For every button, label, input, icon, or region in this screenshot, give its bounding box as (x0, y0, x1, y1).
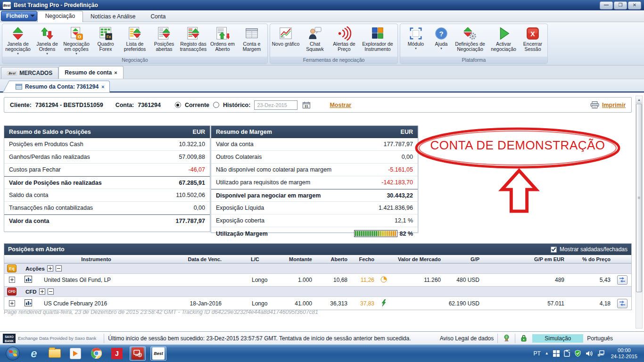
collapse-all-icon[interactable] (56, 265, 62, 272)
tray-action-center-icon[interactable] (574, 350, 581, 357)
cliente-label: Cliente: (10, 102, 32, 108)
date-input[interactable]: 23-Dez-2015 (254, 100, 297, 110)
taskbar-trading-app-icon[interactable] (130, 346, 146, 361)
group-caption: Negociação (2, 57, 267, 64)
show-closed-label: Mostrar saldadas/fechadas (560, 246, 627, 253)
mostrar-link[interactable]: Mostrar (330, 102, 351, 108)
connection-status-icon[interactable] (502, 335, 511, 342)
expand-row-icon[interactable] (9, 277, 15, 283)
tray-windows-icon[interactable] (553, 350, 560, 357)
btn-janela-ordens[interactable]: Janela de Ordens ▾ (33, 25, 62, 57)
taskbar-media-player-icon[interactable] (67, 346, 83, 361)
col-pct-preco[interactable]: % do Preço (565, 256, 611, 262)
row-value: 57.009,88 (179, 154, 205, 160)
taskbar-j-app-icon[interactable]: J (109, 346, 125, 361)
col-fecho[interactable]: Fecho (348, 256, 375, 262)
col-montante[interactable]: Montante (272, 256, 313, 262)
tab-ficheiro[interactable]: Ficheiro (1, 11, 37, 21)
row-value: 67.285,91 (179, 180, 205, 186)
secure-lock-icon[interactable] (519, 335, 528, 342)
panel-currency: EUR (193, 129, 205, 135)
svg-text:Fx: Fx (107, 34, 111, 39)
tray-hidden-icons-arrow[interactable]: ▲ (545, 351, 549, 355)
taskbar-best-app-icon[interactable]: Best (150, 346, 166, 361)
close-tab-icon[interactable]: × (114, 70, 117, 75)
minimize-button[interactable]: — (600, 1, 613, 9)
trade-action-button[interactable] (617, 299, 627, 308)
tab-conta[interactable]: Conta (143, 12, 173, 22)
tray-network-icon[interactable] (597, 350, 605, 357)
col-data-venc[interactable]: Data de Venc. (155, 256, 223, 262)
btn-ajuda[interactable]: ? Ajuda ▾ (430, 25, 452, 57)
expand-all-icon[interactable] (39, 288, 45, 295)
expand-all-icon[interactable] (47, 265, 53, 272)
position-row[interactable]: US Crude February 2016 18-Jan-2016 Longo… (4, 297, 631, 310)
restore-button[interactable]: ❐ (614, 1, 627, 9)
taskbar-explorer-icon[interactable] (47, 346, 63, 361)
btn-explorador-instrumento[interactable]: Explorador de Instrumento (359, 25, 396, 57)
col-instrumento[interactable]: Instrumento (37, 256, 155, 262)
radio-historico[interactable] (213, 102, 219, 108)
instrument-name[interactable]: US Crude February 2016 (37, 300, 155, 307)
tab-resumo-conta[interactable]: Resumo de conta × (58, 66, 123, 79)
collapse-all-icon[interactable] (48, 288, 54, 295)
btn-ordens-aberto[interactable]: Ordens em Aberto (208, 25, 237, 57)
col-gp-eur[interactable]: G/P em EUR (480, 256, 565, 262)
btn-encerrar-sessao[interactable]: X Encerrar Sessão (519, 25, 546, 57)
position-row[interactable]: United States Oil Fund, LP Longo 1.000 1… (4, 274, 631, 287)
btn-janela-negociacao[interactable]: Janela de negociação ▾ (3, 25, 33, 57)
vertical-scrollbar[interactable]: ▲ (636, 96, 643, 329)
tray-volume-icon[interactable] (586, 350, 593, 357)
imprimir-link[interactable]: Imprimir (602, 102, 626, 108)
col-aberto[interactable]: Aberto (313, 256, 348, 262)
calendar-button[interactable]: 31 (301, 100, 312, 110)
col-valor-mercado[interactable]: Valor de Mercado (392, 256, 442, 262)
title-bar: Best Best Trading Pro - Predefinição — ❐… (0, 0, 644, 10)
row-value: 30.443,22 (387, 192, 413, 199)
demo-annotation: CONTA DE DEMONSTRAÇÃO (414, 127, 621, 169)
trade-action-button[interactable] (617, 275, 627, 285)
subtab-resumo-conta[interactable]: Resumo da Conta: 7361294 × (10, 81, 110, 92)
close-button[interactable]: ✕ (628, 1, 641, 9)
status-bar: SAXO BANK Exchange Data Provided by Saxo… (0, 331, 644, 345)
btn-alertas-preco[interactable]: Alertas de Preço (330, 25, 359, 57)
scroll-up-icon[interactable]: ▲ (636, 96, 642, 103)
language-selector[interactable]: Português (587, 335, 613, 342)
btn-negociacao-opcoes[interactable]: O Negociação em opções ▾ (62, 25, 91, 57)
tab-noticias[interactable]: Notícias e Análise (83, 12, 143, 22)
tray-clock[interactable]: 00:00 24-12-2015 (611, 347, 637, 360)
col-gp[interactable]: G/P (442, 256, 480, 262)
btn-chat-squawk[interactable]: Chat Squawk (300, 25, 330, 57)
btn-posicoes-abertas[interactable]: Posições abertas (149, 25, 179, 57)
btn-activar-negociacao[interactable]: Activar negociação (488, 25, 519, 57)
tray-clipboard-icon[interactable] (564, 350, 570, 357)
col-lc[interactable]: L/C (223, 256, 272, 262)
btn-quadro-forex[interactable]: Fx Quadro Forex (91, 25, 120, 57)
instrument-name[interactable]: United States Oil Fund, LP (37, 277, 155, 283)
tab-negociacao[interactable]: Negociação (37, 11, 83, 22)
tab-mercados[interactable]: Best MERCADOS (1, 67, 58, 79)
dropdown-caret-icon: ▾ (46, 52, 48, 55)
start-button[interactable] (6, 346, 20, 361)
btn-conta-margem[interactable]: Conta e Margem (237, 25, 266, 57)
btn-lista-preferidos[interactable]: Lista de preferidos (120, 25, 149, 57)
btn-novo-grafico[interactable]: Novo gráfico (271, 25, 300, 57)
instrument-info-icon[interactable] (25, 276, 32, 283)
legal-notice-link[interactable]: Aviso Legal de dados (440, 335, 494, 342)
scrollbar-thumb[interactable] (636, 104, 642, 292)
row-value: 10.322,10 (179, 141, 205, 148)
group-label: Acções (25, 266, 45, 272)
show-closed-checkbox[interactable] (551, 247, 557, 253)
btn-definicoes-negociacao[interactable]: Definições de Negociação (452, 25, 488, 57)
btn-modulo[interactable]: Módulo ▾ (401, 25, 430, 57)
tray-language[interactable]: PT (533, 350, 540, 357)
expand-row-icon[interactable] (9, 300, 15, 306)
btn-registo-transaccoes[interactable]: Registo das transacções (179, 25, 208, 57)
btn-label: Encerrar Sessão (519, 41, 546, 52)
instrument-info-icon[interactable] (25, 299, 32, 306)
taskbar-ie-icon[interactable]: e (26, 346, 42, 361)
close-subtab-icon[interactable]: × (101, 84, 104, 90)
taskbar-chrome-icon[interactable] (88, 346, 104, 361)
gp-cell: 62.190 USD (442, 300, 480, 307)
radio-corrente[interactable] (175, 102, 181, 108)
